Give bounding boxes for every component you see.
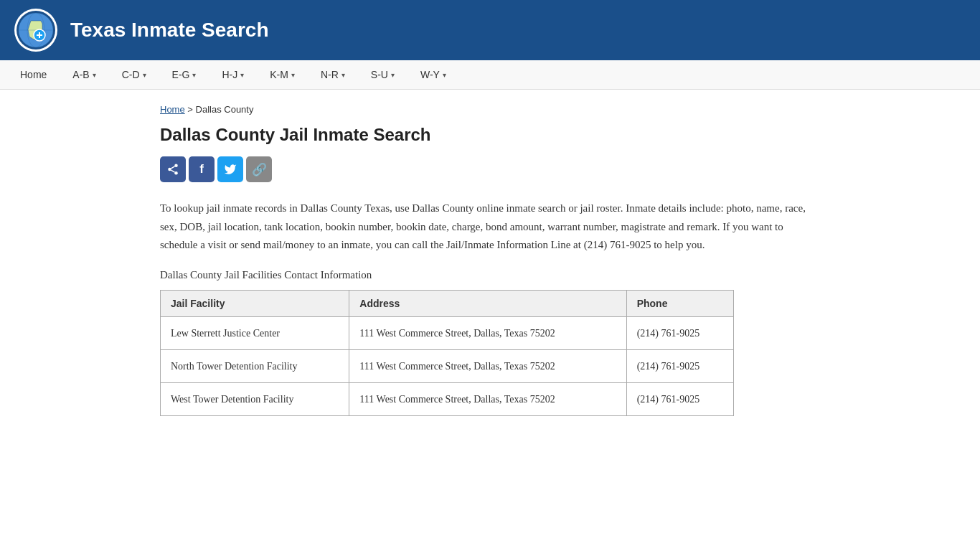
facility-address: 111 West Commerce Street, Dallas, Texas …: [349, 349, 626, 382]
facebook-icon: f: [199, 162, 204, 176]
table-header-row: Jail Facility Address Phone: [161, 290, 734, 316]
breadcrumb-home-link[interactable]: Home: [160, 104, 185, 115]
page-title: Dallas County Jail Inmate Search: [160, 125, 820, 145]
breadcrumb-current: Dallas County: [196, 104, 254, 115]
site-logo: [14, 9, 57, 52]
chevron-down-icon: ▾: [143, 71, 146, 79]
facility-phone: (214) 761-9025: [626, 349, 733, 382]
nav-item-n-r[interactable]: N-R▾: [308, 60, 358, 89]
col-header-address: Address: [349, 290, 626, 316]
chevron-down-icon: ▾: [93, 71, 96, 79]
facebook-button[interactable]: f: [189, 156, 215, 182]
svg-point-10: [174, 171, 178, 175]
nav-item-c-d[interactable]: C-D▾: [109, 60, 159, 89]
breadcrumb: Home > Dallas County: [160, 104, 820, 115]
nav-item-h-j[interactable]: H-J▾: [209, 60, 257, 89]
facilities-heading: Dallas County Jail Facilities Contact In…: [160, 269, 820, 281]
site-header: Texas Inmate Search: [0, 0, 980, 60]
facilities-table: Jail Facility Address Phone Lew Sterrett…: [160, 290, 734, 416]
facility-phone: (214) 761-9025: [626, 316, 733, 349]
chevron-down-icon: ▾: [240, 71, 244, 79]
nav-item-k-m[interactable]: K-M▾: [257, 60, 308, 89]
table-row: North Tower Detention Facility111 West C…: [161, 349, 734, 382]
site-title: Texas Inmate Search: [70, 19, 269, 42]
social-share-bar: f 🔗: [160, 156, 820, 182]
facility-address: 111 West Commerce Street, Dallas, Texas …: [349, 316, 626, 349]
table-row: Lew Sterrett Justice Center111 West Comm…: [161, 316, 734, 349]
svg-point-8: [174, 164, 178, 168]
link-icon: 🔗: [252, 162, 267, 177]
breadcrumb-separator: >: [187, 104, 193, 115]
col-header-phone: Phone: [626, 290, 733, 316]
chevron-down-icon: ▾: [391, 71, 395, 79]
nav-item-a-b[interactable]: A-B▾: [60, 60, 108, 89]
svg-line-11: [171, 170, 174, 172]
col-header-facility: Jail Facility: [161, 290, 349, 316]
facility-name: North Tower Detention Facility: [161, 349, 349, 382]
chevron-down-icon: ▾: [443, 71, 446, 79]
nav-item-w-y[interactable]: W-Y▾: [407, 60, 459, 89]
facility-phone: (214) 761-9025: [626, 382, 733, 415]
nav-item-s-u[interactable]: S-U▾: [358, 60, 407, 89]
main-content: Home > Dallas County Dallas County Jail …: [138, 90, 842, 430]
chevron-down-icon: ▾: [341, 71, 345, 79]
facility-name: Lew Sterrett Justice Center: [161, 316, 349, 349]
twitter-button[interactable]: [217, 156, 243, 182]
main-nav: HomeA-B▾C-D▾E-G▾H-J▾K-M▾N-R▾S-U▾W-Y▾: [0, 60, 980, 90]
share-button[interactable]: [160, 156, 186, 182]
facility-address: 111 West Commerce Street, Dallas, Texas …: [349, 382, 626, 415]
table-row: West Tower Detention Facility111 West Co…: [161, 382, 734, 415]
facility-name: West Tower Detention Facility: [161, 382, 349, 415]
nav-item-home[interactable]: Home: [7, 60, 60, 89]
description-text: To lookup jail inmate records in Dallas …: [160, 199, 820, 255]
svg-line-12: [171, 166, 174, 169]
copy-link-button[interactable]: 🔗: [246, 156, 272, 182]
chevron-down-icon: ▾: [192, 71, 196, 79]
svg-point-9: [168, 168, 171, 171]
chevron-down-icon: ▾: [291, 71, 295, 79]
nav-item-e-g[interactable]: E-G▾: [159, 60, 209, 89]
